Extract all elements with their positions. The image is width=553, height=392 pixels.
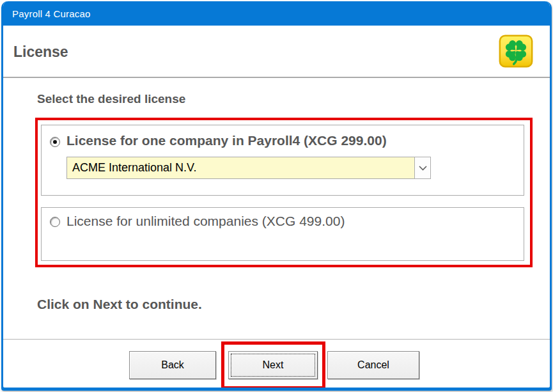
one-company-label[interactable]: License for one company in Payroll4 (XCG… [66,133,387,148]
license-option-one-company: License for one company in Payroll4 (XCG… [41,125,524,196]
select-license-heading: Select the desired license [37,92,185,106]
next-button[interactable]: Next [228,351,318,379]
chevron-down-icon[interactable] [414,157,431,179]
page-header: License [3,26,550,78]
screen: Payroll 4 Curacao License [0,0,553,392]
footer-divider [3,339,550,340]
radio-one-company[interactable] [50,137,60,147]
license-option-unlimited: License for unlimited companies (XCG 499… [41,207,524,261]
unlimited-label[interactable]: License for unlimited companies (XCG 499… [66,214,345,229]
back-button[interactable]: Back [129,351,216,379]
cancel-button[interactable]: Cancel [327,351,419,379]
company-combobox[interactable]: ACME International N.V. [66,157,431,179]
instruction-text: Click on Next to continue. [37,297,202,312]
window-title: Payroll 4 Curacao [12,8,91,19]
page-title: License [13,43,68,61]
titlebar[interactable]: Payroll 4 Curacao [3,1,550,26]
clover-icon [499,35,533,68]
radio-unlimited[interactable] [50,217,60,227]
company-combobox-value[interactable]: ACME International N.V. [66,157,414,179]
wizard-window: Payroll 4 Curacao License [1,1,552,391]
window-body: Payroll 4 Curacao License [3,1,550,388]
